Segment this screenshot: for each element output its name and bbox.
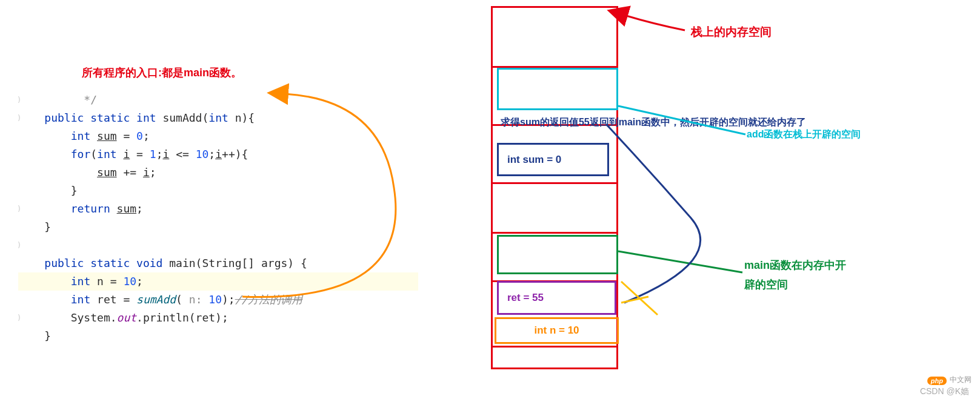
var-i: i bbox=[162, 148, 169, 160]
label-main-space: main函数在内存中开 辟的空间 bbox=[744, 255, 846, 295]
stack-main-frame bbox=[497, 235, 618, 274]
text: <= bbox=[169, 148, 195, 160]
kw-int: int bbox=[71, 130, 91, 142]
kw-int: int bbox=[71, 293, 91, 306]
curve-sum-to-ret bbox=[606, 124, 701, 303]
php-text: 中文网 bbox=[950, 375, 972, 385]
text: main(String[] args) { bbox=[162, 257, 307, 269]
text: n){ bbox=[228, 111, 255, 124]
kw-int: int bbox=[71, 275, 91, 288]
kw-int: int bbox=[97, 148, 117, 160]
text: ; bbox=[150, 166, 156, 179]
stack-sum-box: int sum = 0 bbox=[497, 143, 609, 176]
text: ++){ bbox=[222, 148, 248, 160]
text: += bbox=[117, 166, 143, 179]
var-i: i bbox=[143, 166, 150, 179]
out-field: out bbox=[117, 311, 137, 324]
label-add-space: add函数在栈上开辟的空间 bbox=[747, 128, 861, 141]
stack-add-frame bbox=[497, 68, 618, 110]
text: .println(ret); bbox=[136, 311, 228, 324]
text: n = bbox=[90, 275, 123, 288]
code-block: */ public static int sumAdd(int n){ int … bbox=[18, 91, 418, 345]
text: = bbox=[130, 148, 150, 160]
text bbox=[117, 148, 124, 160]
comment: */ bbox=[18, 93, 97, 106]
text: ret = bbox=[90, 293, 136, 306]
label-main-space-l1: main函数在内存中开 bbox=[744, 259, 846, 271]
text: = bbox=[117, 130, 137, 142]
indent: System. bbox=[18, 311, 117, 324]
stack-ret-box: ret = 55 bbox=[497, 281, 616, 315]
method-sumadd: sumAdd bbox=[136, 293, 176, 306]
text: ; bbox=[208, 148, 215, 160]
text: ; bbox=[136, 275, 143, 288]
var-sum: sum bbox=[117, 202, 137, 215]
text: ( bbox=[90, 148, 97, 160]
indent bbox=[18, 275, 71, 288]
text: ( bbox=[176, 293, 182, 306]
brace: } bbox=[18, 184, 78, 197]
text bbox=[110, 202, 117, 215]
label-stack-memory: 栈上的内存空间 bbox=[691, 24, 772, 40]
highlight-line: int n = 10; bbox=[18, 272, 418, 291]
indent bbox=[18, 148, 71, 160]
brace: } bbox=[18, 329, 51, 342]
label-main-space-l2: 辟的空间 bbox=[744, 278, 788, 291]
stack-divider bbox=[493, 182, 616, 184]
var-i: i bbox=[123, 148, 130, 160]
var-sum: sum bbox=[97, 130, 117, 142]
text: ); bbox=[222, 293, 235, 306]
line-yellow-1 bbox=[621, 282, 658, 315]
num: 10 bbox=[196, 148, 209, 160]
watermark: CSDN @K嫱 bbox=[920, 386, 969, 397]
indent bbox=[18, 130, 71, 142]
kw-for: for bbox=[71, 148, 91, 160]
indent bbox=[18, 293, 71, 306]
comment-struck: //方法的调用 bbox=[235, 293, 303, 306]
kw-int: int bbox=[136, 111, 156, 124]
kw-void: void bbox=[136, 257, 162, 269]
arrow-stack-label bbox=[624, 15, 685, 30]
text: ; bbox=[143, 130, 150, 142]
indent bbox=[18, 202, 71, 215]
title-annotation: 所有程序的入口:都是main函数。 bbox=[82, 65, 242, 80]
brace: } bbox=[18, 220, 51, 233]
text bbox=[90, 130, 97, 142]
line-yellow-2 bbox=[621, 297, 648, 303]
var-sum: sum bbox=[97, 166, 117, 179]
indent bbox=[18, 166, 97, 179]
kw-public: public static bbox=[18, 257, 136, 269]
text: sumAdd( bbox=[156, 111, 209, 124]
kw-return: return bbox=[71, 202, 110, 215]
var-i: i bbox=[215, 148, 222, 160]
param-hint: n: bbox=[182, 293, 208, 306]
num: 0 bbox=[136, 130, 143, 142]
stack-diagram: int sum = 0 ret = 55 int n = 10 bbox=[491, 6, 618, 369]
text: ; bbox=[156, 148, 163, 160]
num: 10 bbox=[208, 293, 222, 306]
kw-int: int bbox=[208, 111, 228, 124]
stack-divider bbox=[493, 346, 616, 348]
line-green bbox=[618, 251, 742, 272]
num: 10 bbox=[123, 275, 136, 288]
stack-outer-border bbox=[491, 6, 618, 369]
label-sum-return: 求得sum的返回值55返回到main函数中，然后开辟的空间就还给内存了 bbox=[501, 116, 806, 129]
num: 1 bbox=[150, 148, 156, 160]
stack-n-box: int n = 10 bbox=[495, 317, 619, 344]
php-badge: php bbox=[927, 377, 947, 385]
kw-public: public static bbox=[18, 111, 136, 124]
stack-divider bbox=[493, 232, 616, 234]
text: ; bbox=[136, 202, 143, 215]
